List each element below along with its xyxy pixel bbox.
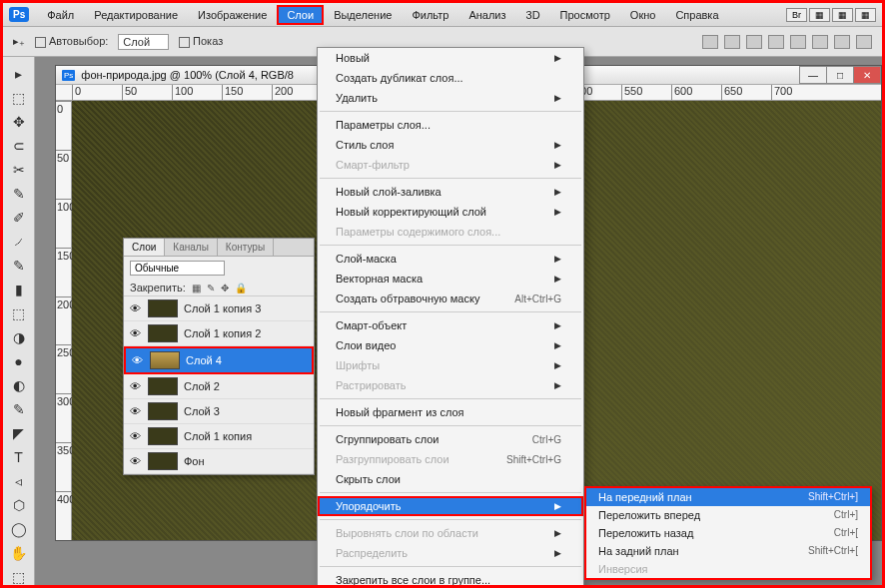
visibility-icon[interactable]: 👁	[128, 302, 142, 314]
menu-3d[interactable]: 3D	[516, 5, 550, 25]
menu-item[interactable]: Сгруппировать слоиCtrl+G	[318, 429, 583, 449]
tool-18[interactable]: ⬡	[9, 496, 29, 513]
layer-row[interactable]: 👁Фон	[124, 449, 314, 474]
layout-icon-1[interactable]: ▦	[809, 8, 830, 22]
align-icon[interactable]	[834, 35, 850, 49]
menu-выделение[interactable]: Выделение	[324, 5, 402, 25]
tool-12[interactable]: ●	[9, 352, 29, 369]
layer-row[interactable]: 👁Слой 1 копия 2	[124, 321, 314, 346]
menu-item[interactable]: Упорядочить▶	[318, 496, 583, 516]
tool-8[interactable]: ✎	[9, 257, 29, 274]
layer-thumbnail[interactable]	[148, 324, 178, 342]
layer-thumbnail[interactable]	[148, 452, 178, 470]
minimize-button[interactable]: —	[799, 66, 827, 84]
layer-thumbnail[interactable]	[148, 299, 178, 317]
visibility-icon[interactable]: 👁	[128, 380, 142, 392]
menu-окно[interactable]: Окно	[620, 5, 666, 25]
layer-thumbnail[interactable]	[150, 351, 180, 369]
lock-transparent-icon[interactable]: ▦	[192, 283, 201, 294]
tool-17[interactable]: ◃	[9, 472, 29, 489]
menu-item[interactable]: Закрепить все слои в группе...	[318, 570, 583, 588]
show-checkbox[interactable]	[179, 37, 190, 48]
menu-item[interactable]: Слой-маска▶	[318, 249, 583, 269]
layer-row[interactable]: 👁Слой 1 копия	[124, 424, 314, 449]
menu-item[interactable]: Создать обтравочную маскуAlt+Ctrl+G	[318, 289, 583, 308]
submenu-item[interactable]: На передний планShift+Ctrl+]	[586, 488, 870, 506]
layer-row[interactable]: 👁Слой 4	[124, 346, 314, 374]
align-icon[interactable]	[812, 35, 828, 49]
menu-просмотр[interactable]: Просмотр	[550, 5, 620, 25]
close-button[interactable]: ✕	[853, 66, 881, 84]
panel-tab-Слои[interactable]: Слои	[124, 239, 165, 256]
visibility-icon[interactable]: 👁	[128, 327, 142, 339]
menu-изображение[interactable]: Изображение	[188, 5, 277, 25]
visibility-icon[interactable]: 👁	[128, 405, 142, 417]
menu-item[interactable]: Удалить▶	[318, 88, 583, 108]
menu-item[interactable]: Новый корректирующий слой▶	[318, 202, 583, 222]
submenu-item[interactable]: Переложить впередCtrl+]	[586, 506, 870, 524]
align-icon[interactable]	[702, 35, 718, 49]
menu-item[interactable]: Слои видео▶	[318, 335, 583, 355]
menu-item[interactable]: Параметры слоя...	[318, 115, 583, 135]
layout-icon-3[interactable]: ▦	[855, 8, 876, 22]
tool-20[interactable]: ✋	[9, 544, 29, 561]
layer-row[interactable]: 👁Слой 2	[124, 374, 314, 399]
layer-thumbnail[interactable]	[148, 377, 178, 395]
menu-item[interactable]: Создать дубликат слоя...	[318, 68, 583, 88]
menu-анализ[interactable]: Анализ	[458, 5, 515, 25]
layer-thumbnail[interactable]	[148, 427, 178, 445]
tool-15[interactable]: ◤	[9, 424, 29, 441]
layer-row[interactable]: 👁Слой 1 копия 3	[124, 296, 314, 321]
menu-item[interactable]: Новый фрагмент из слоя	[318, 402, 583, 422]
menu-item[interactable]: Скрыть слои	[318, 469, 583, 489]
layer-row[interactable]: 👁Слой 3	[124, 399, 314, 424]
menu-справка[interactable]: Справка	[665, 5, 728, 25]
tool-14[interactable]: ✎	[9, 400, 29, 417]
autoselect-checkbox[interactable]	[35, 37, 46, 48]
tool-2[interactable]: ✥	[9, 113, 29, 130]
panel-tab-Каналы[interactable]: Каналы	[165, 239, 218, 256]
br-icon[interactable]: Br	[786, 8, 807, 22]
tool-1[interactable]: ⬚	[9, 89, 29, 106]
menu-item[interactable]: Стиль слоя▶	[318, 135, 583, 155]
tool-19[interactable]: ◯	[9, 520, 29, 537]
tool-11[interactable]: ◑	[9, 328, 29, 345]
align-icon[interactable]	[724, 35, 740, 49]
tool-6[interactable]: ✐	[9, 209, 29, 226]
autoselect-dropdown[interactable]: Слой	[118, 34, 169, 50]
tool-3[interactable]: ⊂	[9, 137, 29, 154]
tool-7[interactable]: ⟋	[9, 233, 29, 250]
lock-brush-icon[interactable]: ✎	[207, 283, 215, 294]
tool-9[interactable]: ▮	[9, 281, 29, 297]
align-icon[interactable]	[856, 35, 872, 49]
tool-10[interactable]: ⬚	[9, 304, 29, 321]
visibility-icon[interactable]: 👁	[130, 354, 144, 366]
menu-item[interactable]: Векторная маска▶	[318, 269, 583, 289]
menu-item[interactable]: Смарт-объект▶	[318, 315, 583, 335]
lock-move-icon[interactable]: ✥	[221, 283, 229, 294]
align-icon[interactable]	[790, 35, 806, 49]
menu-item[interactable]: Новый слой-заливка▶	[318, 182, 583, 202]
tool-16[interactable]: T	[9, 448, 29, 465]
tool-0[interactable]: ▸	[9, 65, 29, 82]
tool-4[interactable]: ✂	[9, 161, 29, 178]
menu-файл[interactable]: Файл	[37, 5, 84, 25]
visibility-icon[interactable]: 👁	[128, 430, 142, 442]
visibility-icon[interactable]: 👁	[128, 455, 142, 467]
panel-tab-Контуры[interactable]: Контуры	[218, 239, 274, 256]
menu-item[interactable]: Новый▶	[318, 48, 583, 68]
tool-5[interactable]: ✎	[9, 185, 29, 202]
submenu-item[interactable]: Переложить назадCtrl+[	[586, 524, 870, 542]
maximize-button[interactable]: □	[826, 66, 854, 84]
menu-редактирование[interactable]: Редактирование	[84, 5, 188, 25]
tool-13[interactable]: ◐	[9, 376, 29, 393]
layout-icon-2[interactable]: ▦	[832, 8, 853, 22]
submenu-item[interactable]: На задний планShift+Ctrl+[	[586, 542, 870, 560]
menu-фильтр[interactable]: Фильтр	[402, 5, 458, 25]
layer-thumbnail[interactable]	[148, 402, 178, 420]
tool-21[interactable]: ⬚	[9, 568, 29, 585]
blend-mode-select[interactable]: Обычные	[130, 261, 225, 276]
menu-слои[interactable]: Слои	[277, 5, 324, 25]
align-icon[interactable]	[768, 35, 784, 49]
align-icon[interactable]	[746, 35, 762, 49]
